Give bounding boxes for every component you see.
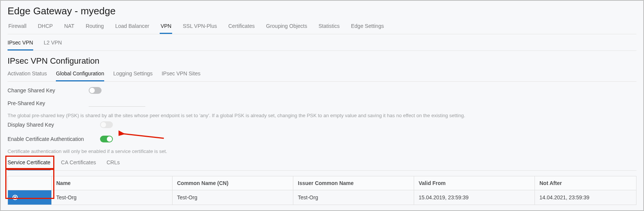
col-valid-from[interactable]: Valid From: [414, 176, 535, 190]
radio-selected-icon[interactable]: [12, 195, 18, 200]
cell-valid-from: 15.04.2019, 23:59:39: [414, 190, 535, 205]
tab-load-balancer[interactable]: Load Balancer: [114, 21, 150, 34]
tab-grouping-objects[interactable]: Grouping Objects: [265, 21, 308, 34]
page-title: Edge Gateway - myedge: [8, 5, 636, 17]
tab-firewall[interactable]: Firewall: [8, 21, 27, 34]
cell-name: Test-Org: [52, 190, 173, 205]
change-shared-key-toggle[interactable]: [89, 87, 102, 94]
tab-vpn[interactable]: VPN: [160, 21, 172, 34]
display-shared-key-toggle: [100, 121, 113, 128]
row-select-cell[interactable]: [8, 190, 52, 205]
cell-issuer: Test-Org: [293, 190, 414, 205]
display-shared-key-label: Display Shared Key: [8, 122, 100, 128]
tab-crls[interactable]: CRLs: [106, 157, 120, 170]
tab-ipsec-vpn-sites[interactable]: IPsec VPN Sites: [162, 69, 200, 81]
cell-not-after: 14.04.2021, 23:59:39: [535, 190, 636, 205]
cell-cn: Test-Org: [173, 190, 293, 205]
tab-ipsec-vpn[interactable]: IPsec VPN: [8, 38, 33, 50]
tab-edge-settings[interactable]: Edge Settings: [350, 21, 385, 34]
table-row[interactable]: Test-Org Test-Org Test-Org 15.04.2019, 2…: [8, 190, 636, 205]
enable-cert-auth-label: Enable Certificate Authentication: [8, 136, 100, 142]
tab-activation-status[interactable]: Activation Status: [8, 69, 47, 81]
tab-routing[interactable]: Routing: [85, 21, 105, 34]
col-not-after[interactable]: Not After: [535, 176, 636, 190]
tab-global-configuration[interactable]: Global Configuration: [56, 69, 104, 81]
pre-shared-key-input[interactable]: [89, 100, 145, 107]
col-common-name[interactable]: Common Name (CN): [173, 176, 293, 190]
tab-nat[interactable]: NAT: [63, 21, 75, 34]
cert-tabs: Service Certificate CA Certificates CRLs: [8, 157, 636, 171]
tab-ssl-vpn-plus[interactable]: SSL VPN-Plus: [182, 21, 218, 34]
section-title: IPsec VPN Configuration: [8, 56, 636, 66]
tab-statistics[interactable]: Statistics: [318, 21, 340, 34]
table-header-row: Name Common Name (CN) Issuer Common Name…: [8, 176, 636, 190]
col-select: [8, 176, 52, 190]
col-name[interactable]: Name: [52, 176, 173, 190]
tab-dhcp[interactable]: DHCP: [37, 21, 54, 34]
tab-service-certificate[interactable]: Service Certificate: [8, 157, 51, 170]
cert-auth-help-text: Certificate authentication will only be …: [8, 148, 636, 154]
tab-logging-settings[interactable]: Logging Settings: [113, 69, 153, 81]
enable-cert-auth-toggle[interactable]: [100, 136, 113, 142]
config-tabs: Activation Status Global Configuration L…: [8, 69, 636, 82]
tab-certificates[interactable]: Certificates: [228, 21, 256, 34]
certificate-table: Name Common Name (CN) Issuer Common Name…: [8, 176, 636, 205]
change-shared-key-label: Change Shared Key: [8, 87, 89, 93]
main-tabs: Firewall DHCP NAT Routing Load Balancer …: [8, 21, 636, 34]
pre-shared-key-label: Pre-Shared Key: [8, 100, 89, 106]
psk-help-text: The global pre-shared key (PSK) is share…: [8, 113, 636, 118]
tab-l2-vpn[interactable]: L2 VPN: [44, 38, 62, 50]
vpn-sub-tabs: IPsec VPN L2 VPN: [8, 38, 636, 51]
col-issuer[interactable]: Issuer Common Name: [293, 176, 414, 190]
tab-ca-certificates[interactable]: CA Certificates: [61, 157, 96, 170]
